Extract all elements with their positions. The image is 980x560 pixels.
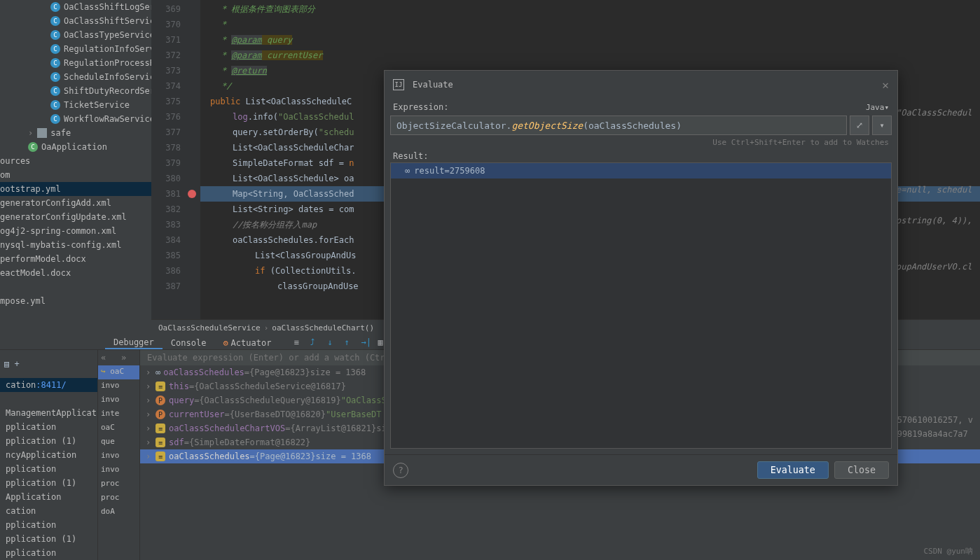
- tree-item[interactable]: eactModel.docx: [0, 266, 151, 280]
- editor-margin: [186, 0, 200, 336]
- threads-icon[interactable]: ≡: [294, 337, 305, 349]
- frame-item[interactable]: invo: [98, 449, 139, 463]
- add-icon[interactable]: +: [14, 359, 19, 369]
- breadcrumb-class[interactable]: OaClassScheduleService: [158, 323, 261, 332]
- chevron-down-icon: ▾: [884, 103, 889, 112]
- frame-item[interactable]: invo: [98, 379, 139, 393]
- chevron-right-icon: ›: [28, 128, 33, 138]
- tree-item[interactable]: generatorConfigUpdate.xml: [0, 210, 151, 224]
- dialog-title: Evaluate: [413, 80, 453, 90]
- run-item[interactable]: cation: [0, 504, 97, 518]
- close-icon[interactable]: ✕: [882, 78, 889, 92]
- tree-item[interactable]: COaClassShiftLogSer: [0, 0, 151, 14]
- frame-item[interactable]: proc: [98, 477, 139, 491]
- close-button[interactable]: Close: [834, 461, 889, 479]
- run-configurations[interactable]: ▤ + cation :8411/ ManagementApplication …: [0, 350, 98, 560]
- tree-item[interactable]: mpose.yml: [0, 294, 151, 308]
- tab-debugger[interactable]: Debugger: [105, 336, 163, 349]
- run-item[interactable]: pplication: [0, 462, 97, 476]
- run-item[interactable]: pplication: [0, 420, 97, 434]
- step-into-icon[interactable]: ↓: [327, 337, 338, 349]
- gutter: 369 370 371 372 373 374 375 376 377 378 …: [151, 0, 186, 336]
- run-item[interactable]: ncyApplication: [0, 448, 97, 462]
- frame-item[interactable]: ↪ oaC: [98, 365, 139, 379]
- tree-item[interactable]: om: [0, 168, 151, 182]
- tab-console[interactable]: Console: [163, 336, 215, 349]
- dialog-titlebar[interactable]: IJ Evaluate ✕: [385, 71, 897, 99]
- chevron-right-icon[interactable]: ›: [146, 451, 153, 461]
- tree-item-selected[interactable]: ootstrap.yml: [0, 182, 151, 196]
- result-row[interactable]: ∞ result = 2759608: [391, 163, 891, 178]
- chevron-right-icon[interactable]: ›: [146, 382, 153, 391]
- frame-item[interactable]: invo: [98, 463, 139, 477]
- run-item[interactable]: Application: [0, 490, 97, 504]
- frame-item[interactable]: proc: [98, 491, 139, 505]
- evaluate-button[interactable]: Evaluate: [757, 461, 829, 479]
- expression-input[interactable]: ObjectSizeCalculator.getObjectSize(oaCla…: [390, 115, 847, 135]
- tree-item[interactable]: performModel.docx: [0, 252, 151, 266]
- class-icon: C: [50, 114, 60, 124]
- run-item[interactable]: pplication (1): [0, 532, 97, 546]
- breakpoint-icon[interactable]: 381: [151, 186, 186, 202]
- class-icon: C: [50, 100, 60, 110]
- class-icon: C: [50, 30, 60, 40]
- frame-item[interactable]: oaC: [98, 421, 139, 435]
- tree-item[interactable]: generatorConfigAdd.xml: [0, 196, 151, 210]
- result-panel[interactable]: ∞ result = 2759608: [390, 162, 892, 449]
- tree-item[interactable]: CRegulationProcessR: [0, 56, 151, 70]
- tree-item[interactable]: COaClassTypeService: [0, 28, 151, 42]
- link-icon: ∞: [405, 166, 410, 176]
- run-item[interactable]: pplication: [0, 546, 97, 560]
- run-item[interactable]: pplication (1): [0, 434, 97, 448]
- tree-item[interactable]: CTicketService: [0, 98, 151, 112]
- help-icon[interactable]: ?: [393, 463, 408, 478]
- chevron-right-icon[interactable]: ›: [146, 368, 153, 377]
- field-icon: ≡: [156, 451, 165, 461]
- frame-item[interactable]: que: [98, 435, 139, 449]
- expression-label: Expression:: [393, 102, 448, 112]
- run-item[interactable]: pplication (1): [0, 476, 97, 490]
- chevron-right-icon[interactable]: ›: [146, 410, 153, 419]
- search-icon[interactable]: ▤: [4, 359, 9, 369]
- tree-item[interactable]: CShiftDutyRecordSer: [0, 84, 151, 98]
- evaluate-dialog: IJ Evaluate ✕ Expression: Java▾ ObjectSi…: [384, 70, 898, 486]
- frame-item[interactable]: inte: [98, 407, 139, 421]
- chevron-right-icon[interactable]: ›: [146, 396, 153, 405]
- class-icon: C: [50, 16, 60, 26]
- tree-item[interactable]: CScheduleInfoService: [0, 70, 151, 84]
- tree-item[interactable]: CWorkflowRawService: [0, 112, 151, 126]
- run-item[interactable]: pplication: [0, 518, 97, 532]
- tree-item[interactable]: og4j2-spring-common.xml: [0, 224, 151, 238]
- watermark: CSDN @yun呐: [923, 546, 973, 556]
- run-item[interactable]: cation :8411/: [0, 378, 97, 392]
- tree-item[interactable]: [0, 280, 151, 294]
- run-item[interactable]: ManagementApplication: [0, 406, 97, 420]
- class-icon: C: [50, 2, 60, 12]
- tree-item[interactable]: COaClassShiftService: [0, 14, 151, 28]
- class-icon: C: [28, 142, 38, 152]
- run-to-cursor-icon[interactable]: →|: [361, 337, 372, 349]
- frame-item[interactable]: doA: [98, 505, 139, 519]
- frames-panel[interactable]: « » ↪ oaC invo invo inte oaC que invo in…: [98, 350, 140, 560]
- field-icon: ≡: [156, 382, 165, 391]
- class-icon: C: [50, 44, 60, 54]
- tree-item[interactable]: COaApplication: [0, 140, 151, 154]
- chevron-right-icon[interactable]: ›: [146, 424, 153, 433]
- chevron-right-icon[interactable]: ›: [146, 438, 153, 447]
- language-selector[interactable]: Java▾: [866, 103, 889, 112]
- breadcrumb-method[interactable]: oaClassScheduleChart(): [272, 323, 374, 332]
- tree-item-folder[interactable]: ›safe: [0, 126, 151, 140]
- param-icon: P: [156, 396, 165, 405]
- step-out-icon[interactable]: ↑: [344, 337, 355, 349]
- tab-actuator[interactable]: ⚙Actuator: [214, 336, 279, 349]
- project-tree[interactable]: COaClassShiftLogSer COaClassShiftService…: [0, 0, 151, 336]
- history-dropdown-icon[interactable]: ▾: [872, 115, 892, 135]
- step-over-icon[interactable]: ⤴: [310, 337, 322, 349]
- folder-icon: [37, 128, 47, 138]
- tree-item[interactable]: nysql-mybatis-config.xml: [0, 238, 151, 252]
- expand-icon[interactable]: ⤢: [850, 115, 869, 135]
- frame-item[interactable]: invo: [98, 393, 139, 407]
- tree-item[interactable]: ources: [0, 154, 151, 168]
- param-icon: P: [156, 410, 165, 419]
- tree-item[interactable]: CRegulationInfoServi: [0, 42, 151, 56]
